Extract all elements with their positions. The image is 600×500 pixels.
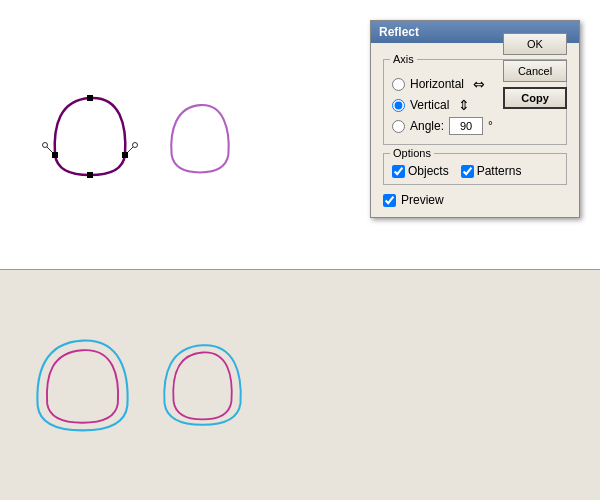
preview-checkbox-reflect[interactable] <box>383 194 396 207</box>
patterns-checkbox[interactable] <box>461 165 474 178</box>
top-right-shape <box>155 90 245 180</box>
svg-rect-2 <box>87 95 93 101</box>
angle-label: Angle: <box>410 119 444 133</box>
vertical-radio[interactable] <box>392 99 405 112</box>
horizontal-label: Horizontal <box>410 77 464 91</box>
angle-radio[interactable] <box>392 120 405 133</box>
reflect-dialog: Reflect Axis Horizontal ⇔ Vertical ⇕ Ang <box>370 20 580 218</box>
top-left-shape <box>35 80 145 190</box>
angle-unit: ° <box>488 119 493 133</box>
top-canvas-area: Reflect Axis Horizontal ⇔ Vertical ⇕ Ang <box>0 0 600 270</box>
patterns-label: Patterns <box>477 164 522 178</box>
bottom-right-shape <box>155 338 250 433</box>
bottom-shapes-area <box>20 290 260 480</box>
preview-row-reflect: Preview <box>383 193 567 207</box>
angle-input[interactable] <box>449 117 483 135</box>
objects-label: Objects <box>408 164 449 178</box>
cancel-button-reflect[interactable]: Cancel <box>503 60 567 82</box>
objects-checkbox[interactable] <box>392 165 405 178</box>
bottom-left-shape <box>30 333 135 438</box>
vertical-label: Vertical <box>410 98 449 112</box>
options-section: Options Objects Patterns <box>383 153 567 185</box>
svg-rect-3 <box>87 172 93 178</box>
horizontal-radio[interactable] <box>392 78 405 91</box>
axis-label: Axis <box>390 53 417 65</box>
copy-button-reflect[interactable]: Copy <box>503 87 567 109</box>
preview-label-reflect: Preview <box>401 193 444 207</box>
svg-point-6 <box>43 143 48 148</box>
options-label: Options <box>390 147 434 159</box>
reflect-buttons: OK Cancel Copy <box>503 33 567 109</box>
svg-point-7 <box>133 143 138 148</box>
vertical-icon: ⇕ <box>454 96 474 114</box>
top-shapes-area <box>30 30 250 240</box>
ok-button-reflect[interactable]: OK <box>503 33 567 55</box>
bottom-canvas-area: Offset Path Offset: Joins: Miter Miter l… <box>0 270 600 500</box>
horizontal-icon: ⇔ <box>469 75 489 93</box>
